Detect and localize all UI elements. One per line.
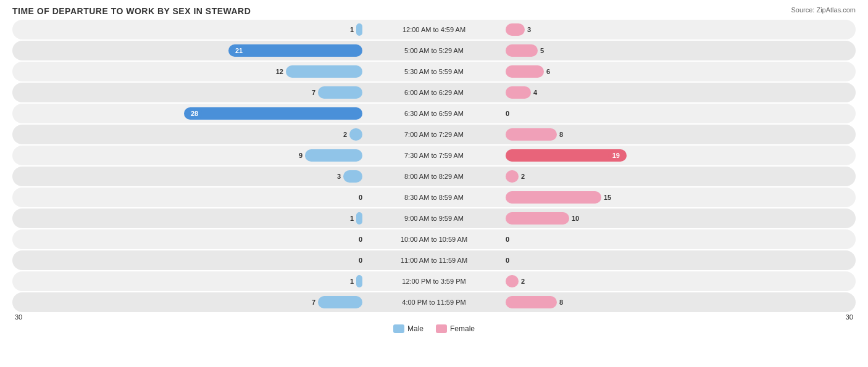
male-value: 7: [303, 299, 315, 306]
male-value: 1: [341, 278, 354, 285]
chart-row: 0 11:00 AM to 11:59 AM 0: [12, 250, 856, 270]
female-value: 0: [506, 257, 518, 264]
male-bar: [343, 170, 362, 183]
female-bar-container: 10: [502, 212, 851, 225]
chart-area: 1 12:00 AM to 4:59 AM 3 21 5:00 AM to 5:…: [12, 20, 856, 312]
male-bar-container: 7: [17, 296, 366, 308]
female-badge: 19: [608, 151, 624, 160]
male-value: 1: [341, 215, 354, 222]
chart-row: 1 9:00 AM to 9:59 AM 10: [12, 208, 856, 228]
female-value: 2: [521, 278, 533, 285]
female-bar-container: 3: [502, 23, 851, 36]
male-bar-container: 1: [17, 212, 366, 225]
legend-female: Female: [436, 324, 475, 333]
male-bar: 28: [184, 107, 362, 120]
male-bar-container: 7: [17, 86, 366, 99]
male-value: 9: [290, 152, 303, 159]
female-value: 5: [540, 47, 553, 54]
female-bar: [506, 44, 538, 57]
time-label: 6:00 AM to 6:29 AM: [366, 89, 502, 96]
female-bar-container: 2: [502, 275, 851, 287]
female-bar-container: 0: [502, 257, 851, 264]
male-badge: 21: [231, 46, 247, 56]
female-bar-container: 0: [502, 236, 851, 243]
female-bar: [506, 86, 531, 99]
male-bar-container: 2: [17, 128, 366, 141]
male-value: 0: [350, 194, 362, 201]
female-bar-container: 15: [502, 191, 851, 204]
legend-female-label: Female: [450, 324, 475, 333]
female-value: 0: [506, 236, 518, 243]
female-value: 10: [572, 215, 584, 222]
female-bar-container: 0: [502, 110, 851, 117]
male-value: 0: [350, 236, 362, 243]
female-bar-container: 6: [502, 65, 851, 78]
female-bar: [506, 23, 525, 36]
male-bar: [356, 212, 362, 225]
female-value: 3: [527, 26, 540, 33]
male-value: 2: [335, 131, 347, 138]
chart-row: 9 7:30 AM to 7:59 AM 19: [12, 146, 856, 165]
time-label: 12:00 PM to 3:59 PM: [366, 278, 502, 285]
male-bar: [318, 86, 362, 99]
axis-left: 30: [15, 313, 22, 321]
legend-male-box: [393, 324, 404, 333]
female-bar-container: 19: [502, 149, 851, 162]
chart-container: TIME OF DEPARTURE TO WORK BY SEX IN STEW…: [0, 0, 868, 367]
axis-right: 30: [846, 313, 853, 321]
male-bar-container: 28: [17, 107, 366, 120]
chart-row: 3 8:00 AM to 8:29 AM 2: [12, 167, 856, 186]
female-bar-container: 8: [502, 128, 851, 141]
male-bar-container: 9: [17, 149, 366, 162]
female-bar: [506, 65, 544, 78]
female-bar: [506, 275, 519, 287]
chart-row: 12 5:30 AM to 5:59 AM 6: [12, 62, 856, 81]
time-label: 5:30 AM to 5:59 AM: [366, 68, 502, 75]
axis-labels: 30 30: [12, 313, 856, 321]
female-value: 15: [604, 194, 616, 201]
male-bar: [318, 296, 362, 308]
time-label: 10:00 AM to 10:59 AM: [366, 236, 502, 243]
male-bar: [305, 149, 362, 162]
legend-male-label: Male: [407, 324, 424, 333]
female-value: 4: [533, 89, 546, 96]
female-value: 6: [546, 68, 559, 75]
female-bar-container: 4: [502, 86, 851, 99]
male-value: 12: [271, 68, 283, 75]
female-value: 2: [521, 173, 533, 180]
female-bar: [506, 128, 557, 141]
female-bar: [506, 212, 569, 225]
male-bar: 21: [228, 44, 362, 57]
chart-row: 21 5:00 AM to 5:29 AM 5: [12, 41, 856, 60]
chart-row: 1 12:00 AM to 4:59 AM 3: [12, 20, 856, 39]
chart-row: 28 6:30 AM to 6:59 AM 0: [12, 104, 856, 123]
time-label: 7:00 AM to 7:29 AM: [366, 131, 502, 138]
female-bar: [506, 170, 519, 183]
female-bar: [506, 191, 601, 204]
male-bar-container: 1: [17, 275, 366, 287]
female-value: 0: [506, 110, 518, 117]
female-value: 8: [559, 131, 572, 138]
female-bar-container: 8: [502, 296, 851, 308]
female-bar-container: 5: [502, 44, 851, 57]
male-value: 1: [341, 26, 354, 33]
female-value: 8: [559, 299, 572, 306]
chart-row: 1 12:00 PM to 3:59 PM 2: [12, 271, 856, 291]
male-bar: [356, 275, 362, 287]
male-bar-container: 21: [17, 44, 366, 57]
time-label: 11:00 AM to 11:59 AM: [366, 257, 502, 264]
chart-row: 0 8:30 AM to 8:59 AM 15: [12, 188, 856, 207]
male-bar: [286, 65, 362, 78]
female-bar-container: 2: [502, 170, 851, 183]
legend-male: Male: [393, 324, 424, 333]
chart-row: 7 6:00 AM to 6:29 AM 4: [12, 83, 856, 102]
female-bar: 19: [506, 149, 627, 162]
male-bar-container: 0: [17, 194, 366, 201]
time-label: 5:00 AM to 5:29 AM: [366, 47, 502, 54]
male-value: 0: [350, 257, 362, 264]
male-bar: [349, 128, 362, 141]
source-label: Source: ZipAtlas.com: [791, 6, 856, 14]
time-label: 9:00 AM to 9:59 AM: [366, 215, 502, 222]
chart-row: 0 10:00 AM to 10:59 AM 0: [12, 229, 856, 249]
male-bar-container: 1: [17, 23, 366, 36]
